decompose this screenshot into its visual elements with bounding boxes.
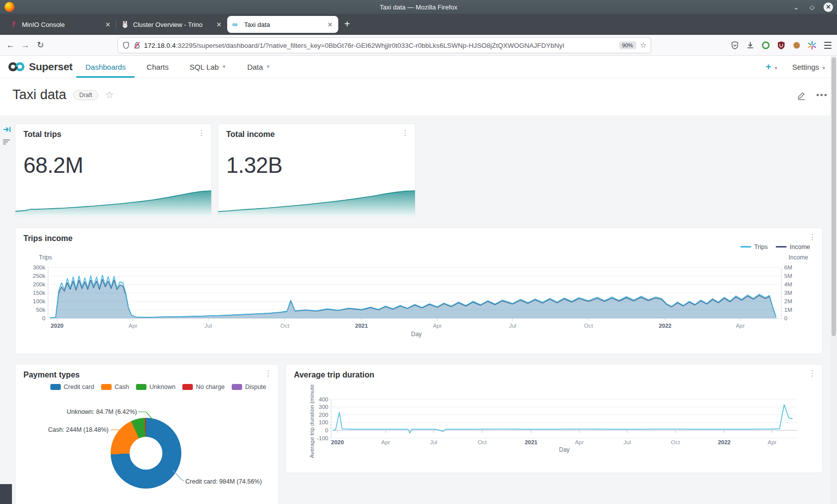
tab-close-icon[interactable]: ✕ [215,21,223,28]
nav-item-sql-lab[interactable]: SQL Lab▼ [188,56,229,78]
close-button[interactable]: ✕ [824,2,833,12]
svg-text:Oct: Oct [478,439,487,445]
cookie-icon[interactable] [792,41,801,50]
big-number-value: 68.2M [23,153,83,178]
bookmark-star-icon[interactable]: ☆ [640,41,647,50]
svg-text:Apr: Apr [433,323,442,329]
svg-text:5M: 5M [784,273,792,279]
svg-text:200k: 200k [33,281,45,287]
superset-wordmark: Superset [29,61,72,73]
edit-pencil-icon[interactable] [797,91,806,100]
url-bar[interactable]: 172.18.0.4:32295/superset/dashboard/1/?n… [118,37,651,53]
forward-button[interactable]: → [18,40,33,50]
pocket-icon[interactable] [730,41,739,50]
downloads-icon[interactable] [746,41,755,50]
svg-text:2022: 2022 [718,439,731,445]
window-title: Taxi data — Mozilla Firefox [0,3,837,11]
svg-text:Apr: Apr [129,323,138,329]
chart-menu-icon[interactable]: ⋮ [198,129,205,136]
svg-text:2021: 2021 [355,323,368,329]
pie-label-credit-card: Credit card: 984M (74.56%) [185,478,262,485]
svg-text:2M: 2M [784,298,792,304]
shield-permissions-icon[interactable] [122,41,130,49]
tab-trino[interactable]: Cluster Overview - Trino ✕ [116,16,227,33]
tab-close-icon[interactable]: ✕ [104,21,112,28]
svg-text:100: 100 [319,419,328,425]
svg-text:Oct: Oct [280,323,290,329]
page-title: Taxi data [12,87,66,103]
svg-text:150k: 150k [33,290,45,296]
svg-text:Apr: Apr [381,439,390,445]
pie-label-unknown: Unknown: 84.7M (6.42%) [67,408,137,415]
trend-sparkline [218,188,415,217]
menu-icon[interactable] [823,41,832,50]
dashboard-header: Taxi data Draft ☆ ••• [0,78,837,116]
pie-label-cash: Cash: 244M (18.48%) [48,426,109,433]
svg-text:Apr: Apr [736,323,745,329]
containers-icon[interactable] [808,41,817,50]
svg-text:50k: 50k [36,307,45,313]
card-total-trips: Total trips ⋮ 68.2M [15,124,211,217]
chevron-down-icon: ▼ [266,64,271,69]
svg-text:3M: 3M [784,290,792,296]
nav-item-data[interactable]: Data▼ [245,56,273,78]
new-tab-button[interactable]: + [344,18,350,30]
chart-title: Total trips [23,130,61,139]
svg-text:300: 300 [319,404,328,410]
titlebar: Taxi data — Mozilla Firefox ⌄ ◇ ✕ [0,0,837,14]
tab-title: Taxi data [244,21,322,28]
superset-infinity-icon [8,61,25,72]
favorite-star-icon[interactable]: ☆ [105,89,114,101]
tab-minio-console[interactable]: MinIO Console ✕ [5,16,116,33]
tab-strip: MinIO Console ✕ Cluster Overview - Trino… [0,14,837,35]
browser-toolbar: ← → ↻ 172.18.0.4:32295/superset/dashboar… [0,35,837,56]
privacy-badger-icon[interactable] [761,41,770,50]
more-options-icon[interactable]: ••• [816,90,828,100]
svg-text:0: 0 [784,315,787,321]
chart-menu-icon[interactable]: ⋮ [402,129,409,136]
nav-item-dashboards[interactable]: Dashboards [83,56,128,78]
draft-badge: Draft [73,90,98,100]
tab-taxi-data[interactable]: ∞ Taxi data ✕ [227,16,338,33]
url-text[interactable]: 172.18.0.4:32295/superset/dashboard/1/?n… [144,42,615,49]
zoom-level-badge[interactable]: 90% [619,41,636,49]
settings-menu[interactable]: Settings▼ [792,63,826,71]
nav-item-charts[interactable]: Charts [144,56,170,78]
svg-text:Jul: Jul [509,323,516,329]
svg-text:0: 0 [42,315,45,321]
svg-text:Jul: Jul [430,439,437,445]
svg-text:Oct: Oct [671,439,681,445]
card-trips-income: Trips income ⋮ Trips Income Trips Income… [15,228,822,354]
restore-button[interactable]: ◇ [808,3,817,11]
insecure-lock-icon[interactable] [133,41,141,49]
svg-text:Jul: Jul [205,323,212,329]
screen: Taxi data — Mozilla Firefox ⌄ ◇ ✕ MinIO … [0,0,837,504]
page-scrollbar[interactable] [831,56,837,504]
back-button[interactable]: ← [3,40,18,50]
svg-text:2022: 2022 [659,323,672,329]
reload-button[interactable]: ↻ [33,40,48,50]
card-average-trip-duration: Average trip duration ⋮ Average trip dur… [286,365,822,473]
big-number-value: 1.32B [226,153,282,178]
link-status-popup [0,484,12,504]
filter-icon[interactable] [3,138,10,145]
card-total-income: Total income ⋮ 1.32B [218,124,415,217]
chevron-down-icon: ▼ [822,66,826,71]
svg-text:4M: 4M [784,281,792,287]
svg-text:2021: 2021 [525,439,538,445]
scrollbar-thumb[interactable] [832,57,836,336]
expand-filter-bar-icon[interactable] [3,126,12,133]
svg-text:2020: 2020 [51,323,64,329]
chart-title: Total income [226,130,275,139]
svg-text:2020: 2020 [331,439,344,445]
trend-sparkline [15,188,211,217]
svg-text:300k: 300k [33,264,45,270]
url-host: 172.18.0.4 [144,42,176,49]
svg-text:Apr: Apr [768,439,777,445]
tab-close-icon[interactable]: ✕ [326,21,334,28]
ublock-icon[interactable] [777,41,786,50]
superset-logo[interactable]: Superset [8,61,72,73]
minimize-button[interactable]: ⌄ [792,3,801,11]
dashboard-body: Total trips ⋮ 68.2M Total income ⋮ 1.32B… [0,116,837,504]
new-item-button[interactable]: +▼ [766,61,778,72]
